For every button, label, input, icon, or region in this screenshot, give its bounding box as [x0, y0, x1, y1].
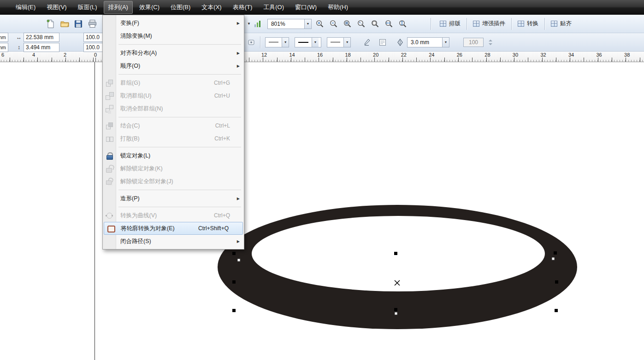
horizontal-ruler[interactable]: 64201214161820222426283032343638	[0, 52, 644, 62]
outline-width-combo[interactable]: 3.0 mm ▼	[407, 37, 449, 47]
levels-icon[interactable]	[254, 20, 262, 28]
arrow-end-dropdown-icon[interactable]: ▼	[343, 38, 350, 47]
zoom-all-objects-icon[interactable]	[356, 19, 367, 29]
menubar-item-view[interactable]: 视图(V)	[42, 1, 71, 14]
canvas[interactable]	[0, 62, 644, 360]
selection-handle-bottom-left[interactable]	[232, 309, 236, 312]
selection-handle-mid-right[interactable]	[555, 280, 558, 284]
selection-handle-bottom-center[interactable]	[394, 308, 397, 311]
selection-handle-mid-left[interactable]	[232, 280, 236, 284]
object-width-field[interactable]: 22.538 mm	[24, 33, 59, 42]
outline-width-dropdown-icon[interactable]: ▼	[442, 38, 449, 47]
menu-item[interactable]: 变换(F)▶	[103, 17, 244, 29]
zoom-in-icon[interactable]	[314, 19, 325, 29]
menu-item[interactable]: 闭合路径(S)▶	[103, 235, 244, 248]
menu-item-label: 清除变换(M)	[120, 32, 152, 40]
toolbar-button-label: 贴齐	[560, 20, 572, 28]
selection-handle-top-right[interactable]	[554, 251, 557, 255]
arrow-start-dropdown-icon[interactable]: ▼	[282, 38, 289, 47]
zoom-level-combo[interactable]: 801% ▼	[267, 19, 312, 29]
menubar-item-layout[interactable]: 版面(L)	[73, 1, 102, 14]
scale-horizontal-field[interactable]: 100.0	[83, 33, 105, 42]
menubar-item-text[interactable]: 文本(X)	[197, 1, 226, 14]
menu-item-label: 解除锁定对象(K)	[120, 165, 163, 173]
menu-item[interactable]: 造形(P)▶	[103, 192, 244, 205]
menubar-item-effects[interactable]: 效果(C)	[135, 1, 164, 14]
ruler-number: 30	[513, 52, 518, 58]
menubar-item-edit[interactable]: 编辑(E)	[11, 1, 40, 14]
zoom-page-height-icon[interactable]	[397, 19, 408, 29]
ungroup-all-icon	[106, 105, 113, 112]
menubar-item-tools[interactable]: 工具(O)	[259, 1, 289, 14]
toolbar-separator	[544, 18, 545, 30]
text-wrap-icon[interactable]	[378, 38, 387, 46]
zoom-page-width-icon[interactable]	[384, 19, 395, 29]
zoom-page-icon[interactable]	[370, 19, 381, 29]
open-folder-icon[interactable]	[59, 18, 70, 29]
menubar-item-bitmaps[interactable]: 位图(B)	[166, 1, 195, 14]
print-icon[interactable]	[87, 18, 98, 29]
save-icon[interactable]	[73, 18, 84, 29]
submenu-arrow-icon: ▶	[237, 239, 240, 244]
menu-item-label: 变换(F)	[120, 19, 139, 27]
curve-node[interactable]	[237, 259, 240, 261]
curve-node[interactable]	[395, 312, 397, 315]
menu-item[interactable]: 对齐和分布(A)▶	[103, 46, 244, 59]
curve-node[interactable]	[552, 257, 555, 260]
toolbar-button-snap[interactable]: 贴齐	[547, 18, 576, 29]
ruler-number: 14	[289, 52, 295, 58]
menubar-items: 编辑(E)视图(V)版面(L)排列(A)效果(C)位图(B)文本(X)表格(T)…	[10, 0, 354, 15]
arrange-menu: 变换(F)▶清除变换(M)对齐和分布(A)▶顺序(O)▶群组(G)Ctrl+G取…	[102, 15, 244, 250]
menu-item[interactable]: 锁定对象(L)	[103, 149, 244, 162]
toolbar-button-typesetting[interactable]: 排版	[436, 18, 465, 29]
object-position-cut-fields: mm mm	[0, 33, 9, 52]
zoom-selected-icon[interactable]	[342, 19, 353, 29]
menu-item-label: 打散(B)	[120, 135, 140, 143]
selection-handle-top-center[interactable]	[394, 252, 397, 255]
scale-vertical-field[interactable]: 100.0	[83, 43, 105, 52]
zoom-out-icon[interactable]	[328, 19, 339, 29]
arrow-end-combo[interactable]: ▼	[327, 37, 351, 47]
outline-pen-icon[interactable]	[363, 38, 371, 46]
zoom-dropdown-arrow-icon[interactable]: ▼	[304, 19, 311, 29]
menu-item-shortcut: Ctrl+U	[214, 93, 230, 99]
line-style-combo[interactable]: ▼	[295, 37, 321, 47]
object-x-field[interactable]: mm	[0, 33, 8, 42]
object-y-field[interactable]: mm	[0, 43, 8, 52]
toolbar-button-convert[interactable]: 转换	[514, 18, 543, 29]
submenu-arrow-icon: ▶	[237, 197, 240, 201]
line-style-dropdown-icon[interactable]: ▼	[312, 38, 319, 47]
toolbar-button-label: 增强插件	[482, 20, 505, 28]
menu-item: 打散(B)Ctrl+K	[103, 132, 244, 145]
ellipse-properties-icon[interactable]	[247, 38, 255, 46]
object-y-unit: mm	[0, 45, 6, 50]
menu-item-shortcut: Ctrl+Q	[214, 212, 230, 219]
menu-item[interactable]: 顺序(O)▶	[103, 59, 244, 72]
toolbar-button-label: 转换	[527, 20, 538, 28]
menu-item[interactable]: 将轮廓转换为对象(E)Ctrl+Shift+Q	[104, 222, 243, 235]
menu-item-label: 闭合路径(S)	[120, 238, 151, 245]
submenu-arrow-icon: ▶	[237, 51, 240, 55]
transparency-value: 100	[469, 39, 478, 46]
menubar-item-help[interactable]: 帮助(H)	[323, 1, 353, 14]
new-document-icon[interactable]	[45, 18, 56, 29]
ruler-number: 4	[32, 52, 35, 58]
stepper-icon[interactable]	[486, 38, 495, 46]
menubar-item-table[interactable]: 表格(T)	[228, 1, 257, 14]
outline-width-icon	[396, 38, 404, 46]
ruler-number: 38	[624, 52, 630, 58]
menubar-item-window[interactable]: 窗口(W)	[290, 1, 321, 14]
toolbar-button-plugins[interactable]: 增强插件	[469, 18, 509, 29]
transparency-field[interactable]: 100	[463, 38, 484, 47]
typesetting-icon	[440, 21, 446, 27]
hidden-combo-arrow-icon[interactable]: ▼	[247, 22, 251, 26]
menu-item-label: 顺序(O)	[120, 62, 140, 70]
menu-item-shortcut: Ctrl+Shift+Q	[198, 225, 229, 232]
menubar-item-arrange[interactable]: 排列(A)	[104, 1, 133, 14]
menu-item[interactable]: 清除变换(M)	[103, 29, 244, 42]
ruler-number: 24	[429, 52, 434, 58]
selection-handle-bottom-right[interactable]	[555, 309, 558, 312]
selection-handle-top-left[interactable]	[232, 252, 236, 255]
object-height-field[interactable]: 3.494 mm	[24, 43, 59, 52]
arrow-start-combo[interactable]: ▼	[265, 37, 289, 47]
